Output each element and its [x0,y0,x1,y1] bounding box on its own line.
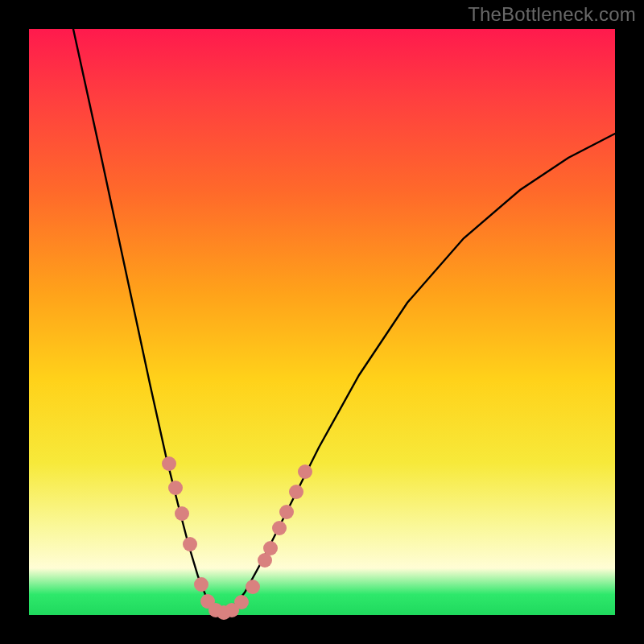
marker-dot [263,541,278,555]
marker-dot [175,506,189,521]
marker-dot [298,464,312,479]
marker-dot [289,485,303,499]
left-branch-path [73,29,222,614]
marker-dot [162,456,176,471]
marker-dot [183,537,197,551]
chart-plot-area [29,29,615,615]
stage: TheBottleneck.com [0,0,644,644]
curve-group [73,29,615,614]
marker-group [162,456,312,620]
right-branch-path [222,134,615,614]
watermark-text: TheBottleneck.com [468,3,636,26]
marker-dot [272,521,287,535]
marker-dot [279,505,294,519]
chart-svg [29,29,615,615]
marker-dot [246,580,260,594]
marker-dot [168,481,183,495]
marker-dot [194,577,208,592]
marker-dot [234,595,249,609]
